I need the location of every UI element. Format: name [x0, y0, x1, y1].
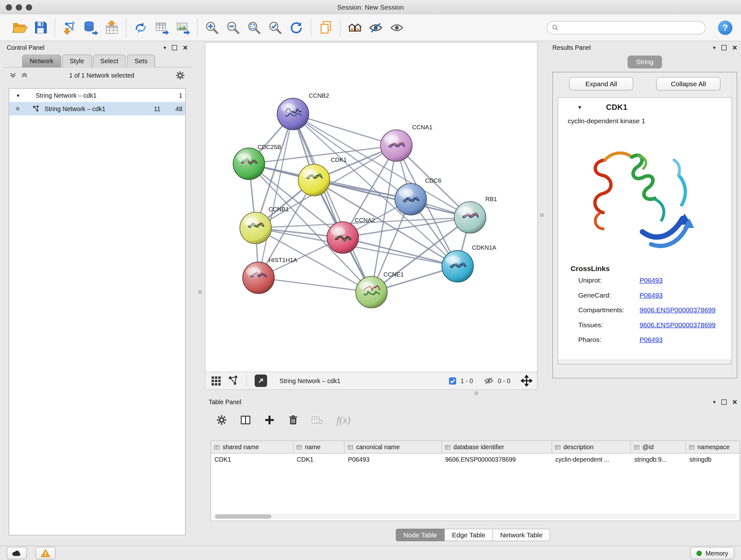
tab-select[interactable]: Select: [92, 55, 126, 68]
table-cell[interactable]: CDK1: [293, 454, 345, 466]
network-collection-row[interactable]: ▾ String Network – cdk1 1: [9, 89, 185, 102]
expand-all-button[interactable]: Expand All: [569, 77, 633, 91]
network-edge[interactable]: [293, 114, 396, 145]
column-header-description[interactable]: description: [552, 441, 631, 453]
network-edge[interactable]: [259, 278, 372, 292]
tab-style[interactable]: Style: [62, 55, 91, 68]
column-header-shared-name[interactable]: shared name: [211, 441, 293, 453]
tab-node-table[interactable]: Node Table: [396, 529, 445, 541]
gear-icon[interactable]: [176, 71, 185, 80]
zoom-selected-button[interactable]: [265, 17, 286, 38]
table-cell[interactable]: 9606.ENSP00000378699: [442, 454, 552, 466]
move-crosshair-icon[interactable]: [521, 375, 532, 387]
crosslink-link[interactable]: P06493: [639, 276, 663, 284]
birds-eye-view-button[interactable]: [255, 374, 267, 387]
splitter-handle[interactable]: [475, 391, 478, 395]
help-button[interactable]: ?: [718, 20, 732, 35]
show-graphics-details-button[interactable]: [387, 17, 408, 38]
zoom-in-button[interactable]: [202, 17, 223, 38]
minimize-window-button[interactable]: [16, 4, 22, 11]
splitter-handle[interactable]: [540, 213, 544, 217]
table-cell[interactable]: CDK1: [211, 454, 293, 466]
tab-network-table[interactable]: Network Table: [493, 529, 550, 541]
hidden-eye-icon[interactable]: [483, 375, 494, 386]
import-network-database-button[interactable]: [80, 17, 101, 38]
show-columns-icon[interactable]: [240, 415, 251, 425]
grid-view-icon[interactable]: [210, 375, 222, 387]
network-node[interactable]: [395, 184, 427, 215]
scrollbar-thumb[interactable]: [215, 514, 272, 519]
close-window-button[interactable]: [6, 4, 12, 11]
copy-button[interactable]: [315, 17, 336, 38]
network-edge[interactable]: [259, 114, 293, 278]
table-cell[interactable]: cyclin-dependent ...: [552, 454, 631, 466]
column-header-name[interactable]: name: [293, 441, 345, 453]
refresh-view-button[interactable]: [286, 17, 307, 38]
table-cell[interactable]: P06493: [345, 454, 442, 466]
network-node[interactable]: [298, 165, 330, 196]
add-column-plus-icon[interactable]: [264, 415, 275, 425]
float-panel-icon[interactable]: ▾: [163, 44, 166, 51]
crosslink-link[interactable]: P06493: [639, 291, 663, 299]
tab-sets[interactable]: Sets: [127, 55, 155, 68]
export-image-button[interactable]: [172, 17, 193, 38]
network-overview-icon[interactable]: [227, 375, 239, 387]
network-node[interactable]: [455, 202, 486, 233]
zoom-window-button[interactable]: [26, 4, 32, 11]
network-node[interactable]: [327, 222, 359, 253]
network-canvas[interactable]: CCNB2CCNA1CDC25BCDK1CDC6RB1CCNB1CCNA2CDK…: [205, 43, 537, 372]
close-panel-icon[interactable]: ×: [183, 44, 188, 52]
network-node[interactable]: [381, 130, 412, 162]
collapse-all-icon[interactable]: [10, 72, 16, 78]
close-panel-icon[interactable]: ×: [732, 398, 737, 406]
table-cell[interactable]: stringdb:9...: [631, 454, 686, 466]
tab-string[interactable]: String: [627, 56, 662, 69]
column-header-namespace[interactable]: namespace: [686, 441, 740, 453]
network-node[interactable]: [243, 262, 274, 294]
float-panel-icon[interactable]: ▾: [713, 44, 716, 51]
network-analyzer-button[interactable]: [344, 17, 365, 38]
network-edge[interactable]: [293, 114, 372, 292]
export-network-button[interactable]: [130, 17, 151, 38]
selected-checkbox-icon[interactable]: [448, 377, 457, 385]
import-table-button[interactable]: [101, 17, 122, 38]
zoom-fit-button[interactable]: [244, 17, 265, 38]
column-header-canonical-name[interactable]: canonical name: [345, 441, 442, 453]
splitter-handle[interactable]: [198, 290, 202, 294]
maximize-panel-icon[interactable]: [172, 45, 178, 50]
gene-expander-icon[interactable]: ▾: [578, 104, 581, 111]
tab-network[interactable]: Network: [22, 55, 61, 68]
maximize-panel-icon[interactable]: [722, 45, 727, 50]
import-network-file-button[interactable]: [59, 17, 80, 38]
save-session-button[interactable]: [30, 17, 51, 38]
float-panel-icon[interactable]: ▾: [713, 399, 716, 405]
search-input[interactable]: [562, 23, 700, 32]
crosslink-link[interactable]: 9606.ENSP00000378699: [639, 320, 716, 328]
zoom-out-button[interactable]: [223, 17, 244, 38]
export-table-button[interactable]: [151, 17, 172, 38]
close-panel-icon[interactable]: ×: [732, 44, 737, 52]
tab-edge-table[interactable]: Edge Table: [445, 529, 493, 541]
cloud-button[interactable]: [7, 547, 27, 559]
column-header--id[interactable]: @id: [631, 441, 686, 453]
open-session-button[interactable]: [9, 17, 30, 38]
table-settings-gear-icon[interactable]: [216, 415, 227, 425]
network-node[interactable]: [277, 98, 309, 130]
network-view-panel[interactable]: CCNB2CCNA1CDC25BCDK1CDC6RB1CCNB1CCNA2CDK…: [205, 42, 538, 390]
crosslink-link[interactable]: P06493: [639, 335, 663, 343]
network-node[interactable]: [356, 276, 387, 308]
card-scrollbar[interactable]: [558, 360, 731, 364]
collection-expander-icon[interactable]: ▾: [17, 92, 19, 99]
network-node[interactable]: [233, 148, 265, 180]
delete-trash-icon[interactable]: [288, 415, 298, 425]
collapse-all-button[interactable]: Collapse All: [657, 77, 721, 91]
network-node[interactable]: [240, 212, 272, 244]
column-header-database-identifier[interactable]: database identifier: [442, 441, 552, 453]
table-cell[interactable]: stringdb: [686, 454, 740, 466]
hide-graphics-details-button[interactable]: [365, 17, 387, 38]
expand-all-icon[interactable]: [21, 72, 28, 78]
crosslink-link[interactable]: 9606.ENSP00000378699: [639, 306, 716, 314]
network-node[interactable]: [442, 251, 474, 282]
maximize-panel-icon[interactable]: [722, 399, 727, 405]
table-horizontal-scrollbar[interactable]: [214, 514, 737, 519]
